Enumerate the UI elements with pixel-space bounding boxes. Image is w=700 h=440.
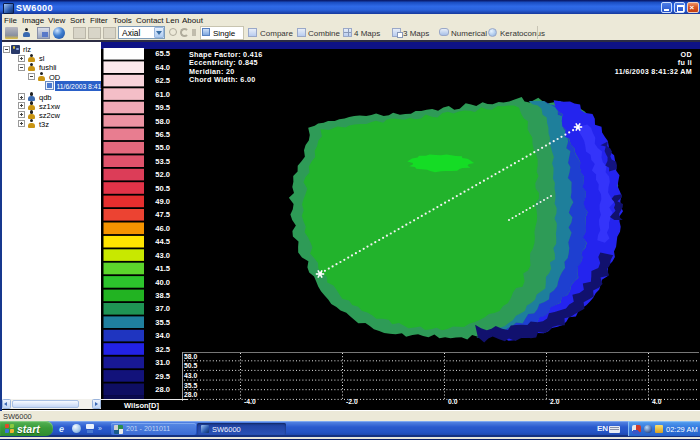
svg-text:-2.0: -2.0 bbox=[346, 398, 358, 405]
svg-text:58.0: 58.0 bbox=[184, 353, 197, 360]
svg-text:49.0: 49.0 bbox=[155, 197, 170, 206]
svg-text:47.5: 47.5 bbox=[155, 210, 171, 219]
svg-text:46.0: 46.0 bbox=[155, 224, 170, 233]
svg-text:32.5: 32.5 bbox=[155, 345, 171, 354]
svg-text:44.5: 44.5 bbox=[155, 237, 171, 246]
svg-text:4.0: 4.0 bbox=[652, 398, 662, 405]
svg-text:34.0: 34.0 bbox=[155, 331, 170, 340]
svg-text:43.0: 43.0 bbox=[184, 372, 197, 379]
svg-text:37.0: 37.0 bbox=[155, 304, 170, 313]
svg-text:52.0: 52.0 bbox=[155, 170, 170, 179]
svg-text:58.0: 58.0 bbox=[155, 117, 170, 126]
svg-text:35.5: 35.5 bbox=[184, 382, 197, 389]
svg-text:56.5: 56.5 bbox=[155, 130, 171, 139]
svg-text:64.0: 64.0 bbox=[155, 63, 170, 72]
svg-text:41.5: 41.5 bbox=[155, 264, 171, 273]
svg-text:29.5: 29.5 bbox=[155, 372, 171, 381]
svg-text:-4.0: -4.0 bbox=[244, 398, 256, 405]
svg-text:2.0: 2.0 bbox=[550, 398, 560, 405]
svg-text:61.0: 61.0 bbox=[155, 90, 170, 99]
svg-text:59.5: 59.5 bbox=[155, 103, 171, 112]
svg-text:28.0: 28.0 bbox=[155, 385, 170, 394]
svg-text:35.5: 35.5 bbox=[155, 318, 171, 327]
svg-text:28.0: 28.0 bbox=[184, 391, 197, 398]
svg-text:50.5: 50.5 bbox=[155, 184, 171, 193]
svg-text:43.0: 43.0 bbox=[155, 251, 170, 260]
svg-text:38.5: 38.5 bbox=[155, 291, 171, 300]
svg-text:62.5: 62.5 bbox=[155, 76, 171, 85]
svg-text:40.0: 40.0 bbox=[155, 278, 170, 287]
svg-text:0.0: 0.0 bbox=[448, 398, 458, 405]
svg-text:50.5: 50.5 bbox=[184, 362, 197, 369]
svg-text:55.0: 55.0 bbox=[155, 143, 170, 152]
svg-text:65.5: 65.5 bbox=[155, 49, 171, 58]
svg-text:53.5: 53.5 bbox=[155, 157, 171, 166]
svg-text:31.0: 31.0 bbox=[155, 358, 170, 367]
